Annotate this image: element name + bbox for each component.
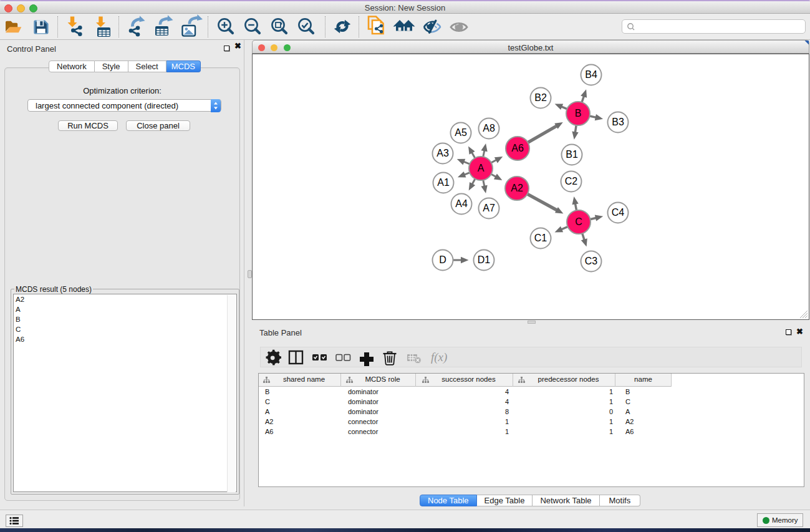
svg-text:B1: B1 <box>566 149 578 160</box>
svg-text:A2: A2 <box>511 183 523 193</box>
svg-text:B4: B4 <box>585 69 597 80</box>
svg-text:C4: C4 <box>612 207 625 218</box>
svg-text:C1: C1 <box>534 233 547 243</box>
svg-text:f(x): f(x) <box>431 351 447 364</box>
svg-text:C2: C2 <box>565 176 578 186</box>
svg-text:B3: B3 <box>612 117 624 127</box>
svg-text:B2: B2 <box>534 92 547 103</box>
svg-text:B: B <box>575 108 582 118</box>
svg-text:D1: D1 <box>478 254 491 265</box>
svg-text:C3: C3 <box>585 256 598 266</box>
svg-text:A7: A7 <box>483 203 495 213</box>
svg-text:A6: A6 <box>511 143 524 153</box>
svg-text:A: A <box>478 163 485 173</box>
svg-text:A8: A8 <box>483 123 495 133</box>
svg-text:A4: A4 <box>455 198 468 209</box>
svg-text:A3: A3 <box>436 148 449 158</box>
svg-text:A1: A1 <box>437 177 450 188</box>
svg-text:C: C <box>575 216 582 227</box>
svg-text:D: D <box>439 254 446 265</box>
svg-text:A5: A5 <box>455 127 467 138</box>
